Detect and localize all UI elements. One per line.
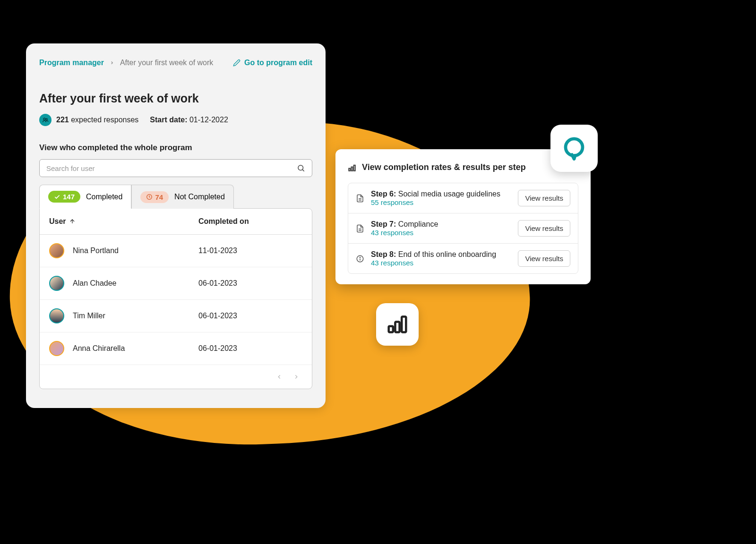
pencil-icon [233,59,241,67]
search-input[interactable] [46,164,297,172]
table-row[interactable]: Anna Chirarella 06-01-2023 [40,332,312,365]
column-header-user[interactable]: User [49,217,198,226]
completed-date: 11-01-2023 [198,246,302,255]
chevron-right-icon [110,59,114,67]
meta-row: 221 expected responses Start date: 01-12… [39,114,312,126]
completion-tabs: 147 Completed 74 Not Completed [39,185,312,209]
breadcrumb-row: Program manager After your first week of… [39,59,312,67]
breadcrumb-current: After your first week of work [120,59,213,67]
user-name: Nina Portland [73,246,119,255]
users-icon [39,114,52,126]
responses-label: expected responses [71,116,138,124]
chevron-right-icon[interactable] [293,374,300,380]
step-responses: 43 responses [371,229,511,237]
completion-subheading: View who completed the whole program [39,143,312,153]
edit-link-label: Go to program edit [244,59,312,67]
user-name: Alan Chadee [73,279,117,288]
expected-responses: 221 expected responses [39,114,138,126]
svg-point-15 [360,257,360,257]
go-to-edit-link[interactable]: Go to program edit [233,59,312,67]
info-icon [356,255,364,263]
document-icon [356,224,364,233]
tab-completed-label: Completed [86,193,122,201]
search-icon [297,164,305,172]
start-date-value: 01-12-2022 [189,116,228,124]
step-name: Compliance [398,220,438,228]
view-results-button[interactable]: View results [518,190,570,206]
avatar [49,243,64,258]
completed-date: 06-01-2023 [198,279,302,288]
not-completed-count: 74 [155,193,163,201]
user-name: Anna Chirarella [73,344,125,353]
step-prefix: Step 6: [371,190,396,198]
step-responses: 55 responses [371,198,511,206]
svg-rect-19 [402,317,406,332]
start-date: Start date: 01-12-2022 [150,116,228,124]
step-row: Step 6: Social media usage guidelines 55… [348,183,578,213]
step-responses: 43 responses [371,259,511,267]
steps-title: View completion rates & results per step [362,162,526,172]
svg-rect-17 [389,326,393,332]
table-pagination [40,365,312,389]
search-box[interactable] [39,159,312,177]
not-completed-count-pill: 74 [140,191,169,203]
view-results-button[interactable]: View results [518,220,570,237]
svg-point-1 [46,119,47,120]
steps-card: View completion rates & results per step… [335,149,591,284]
bar-chart-icon [348,163,356,172]
svg-rect-6 [349,168,350,170]
svg-rect-18 [395,322,399,332]
header-user-label: User [49,217,66,226]
steps-list: Step 6: Social media usage guidelines 55… [348,183,578,274]
breadcrumb: Program manager After your first week of… [39,59,213,67]
column-header-completed-on[interactable]: Completed on [198,217,302,226]
avatar [49,308,64,323]
table-row[interactable]: Tim Miller 06-01-2023 [40,300,312,332]
table-row[interactable]: Alan Chadee 06-01-2023 [40,267,312,300]
chart-tile [376,303,419,346]
svg-point-2 [298,165,303,170]
chat-bubble-icon [561,136,587,161]
user-name: Tim Miller [73,312,105,320]
step-row: Step 8: End of this online onboarding 43… [348,244,578,273]
avatar [49,276,64,291]
completed-count: 147 [63,193,75,201]
step-name: Social media usage guidelines [398,190,500,198]
tab-completed[interactable]: 147 Completed [39,185,131,209]
tab-not-completed-label: Not Completed [174,193,225,201]
program-card: Program manager After your first week of… [26,43,326,408]
steps-title-row: View completion rates & results per step [348,162,578,172]
completed-date: 06-01-2023 [198,312,302,320]
bar-chart-icon [387,314,408,335]
chat-bubble-tile [550,125,598,172]
svg-point-0 [43,118,45,120]
page-title: After your first week of work [39,92,312,105]
svg-line-3 [302,170,304,171]
responses-count: 221 [56,116,69,124]
completed-date: 06-01-2023 [198,344,302,353]
step-row: Step 7: Compliance 43 responses View res… [348,213,578,244]
chevron-left-icon[interactable] [276,374,283,380]
completion-table: User Completed on Nina Portland 11-01-20… [39,208,312,389]
svg-rect-8 [354,165,355,170]
arrow-up-icon [69,218,76,225]
table-header: User Completed on [40,209,312,235]
svg-rect-7 [352,167,353,170]
completed-count-pill: 147 [48,191,80,203]
svg-point-16 [566,139,583,156]
breadcrumb-root-link[interactable]: Program manager [39,59,104,67]
document-icon [356,194,364,203]
start-date-label: Start date: [150,116,187,124]
view-results-button[interactable]: View results [518,250,570,267]
tab-not-completed[interactable]: 74 Not Completed [131,185,233,209]
table-row[interactable]: Nina Portland 11-01-2023 [40,235,312,267]
step-prefix: Step 8: [371,250,396,258]
avatar [49,341,64,356]
step-name: End of this online onboarding [398,250,496,258]
step-prefix: Step 7: [371,220,396,228]
